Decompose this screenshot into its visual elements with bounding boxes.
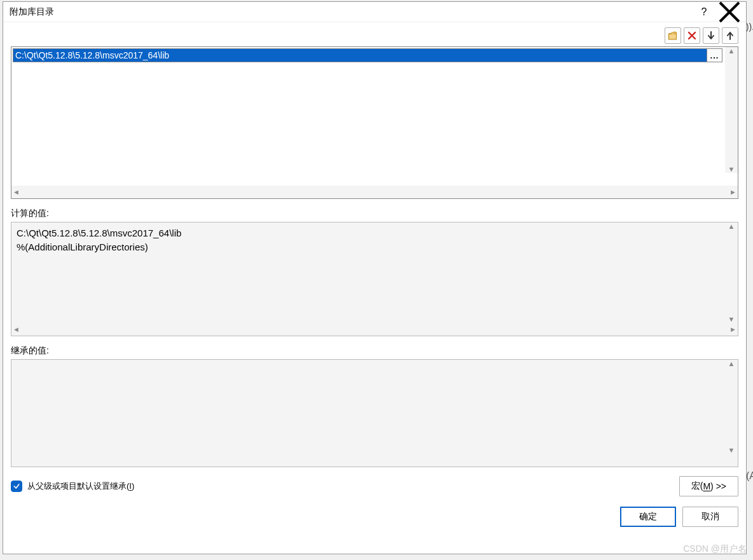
vertical-scrollbar[interactable]: ▲ ▼ <box>725 360 738 454</box>
scroll-up-icon: ▲ <box>728 222 735 230</box>
help-button[interactable]: ? <box>691 3 717 21</box>
move-down-button[interactable] <box>703 27 719 44</box>
background-fragment-2: (A <box>746 470 753 482</box>
move-up-button[interactable] <box>722 27 738 44</box>
inherited-values-box: ▲ ▼ <box>11 359 738 467</box>
scroll-down-icon: ▼ <box>728 315 735 323</box>
scroll-right-icon: ► <box>729 325 736 333</box>
additional-library-dirs-dialog: 附加库目录 ? <box>3 1 747 554</box>
delete-icon <box>687 31 697 41</box>
horizontal-scrollbar[interactable]: ◄ ► <box>11 186 738 198</box>
new-folder-icon <box>668 31 678 41</box>
arrow-up-icon <box>725 31 735 41</box>
vertical-scrollbar[interactable]: ▲ ▼ <box>725 222 738 323</box>
titlebar: 附加库目录 ? <box>3 2 746 22</box>
scroll-left-icon: ◄ <box>13 188 20 196</box>
scroll-left-icon: ◄ <box>13 325 20 333</box>
computed-values-text: C:\Qt\Qt5.12.8\5.12.8\msvc2017_64\lib %(… <box>11 222 738 323</box>
horizontal-scrollbar[interactable]: ◄ ► <box>11 323 738 336</box>
scroll-up-icon: ▲ <box>728 360 735 367</box>
close-button[interactable] <box>717 3 742 21</box>
vertical-scrollbar[interactable]: ▲ ▼ <box>725 47 738 173</box>
inherit-checkbox-label[interactable]: 从父级或项目默认设置继承(I) <box>27 481 134 492</box>
computed-values-label: 计算的值: <box>11 208 738 219</box>
browse-button[interactable]: ... <box>707 49 722 62</box>
background-fragment: )). <box>746 22 753 32</box>
inherited-values-text <box>11 360 738 467</box>
scroll-down-icon: ▼ <box>728 165 735 173</box>
arrow-down-icon <box>706 31 716 41</box>
macros-button[interactable]: 宏(M) >> <box>679 476 738 496</box>
inherit-checkbox[interactable] <box>11 481 22 492</box>
scroll-down-icon: ▼ <box>728 446 735 454</box>
delete-line-button[interactable] <box>684 27 700 44</box>
computed-values-box: C:\Qt\Qt5.12.8\5.12.8\msvc2017_64\lib %(… <box>11 222 738 336</box>
inherited-values-label: 继承的值: <box>11 345 738 357</box>
path-input[interactable]: C:\Qt\Qt5.12.8\5.12.8\msvc2017_64\lib <box>13 49 707 62</box>
dialog-title: 附加库目录 <box>10 6 691 18</box>
list-toolbar <box>11 27 738 44</box>
directories-listbox[interactable]: C:\Qt\Qt5.12.8\5.12.8\msvc2017_64\lib ..… <box>11 46 738 199</box>
check-icon <box>13 482 20 490</box>
list-item[interactable]: C:\Qt\Qt5.12.8\5.12.8\msvc2017_64\lib ..… <box>13 48 722 62</box>
scroll-up-icon: ▲ <box>728 47 735 55</box>
ok-button[interactable]: 确定 <box>620 507 676 527</box>
close-icon <box>717 0 742 25</box>
new-line-button[interactable] <box>665 27 681 44</box>
cancel-button[interactable]: 取消 <box>682 507 738 527</box>
svg-rect-0 <box>669 34 677 39</box>
scroll-right-icon: ► <box>729 188 736 196</box>
